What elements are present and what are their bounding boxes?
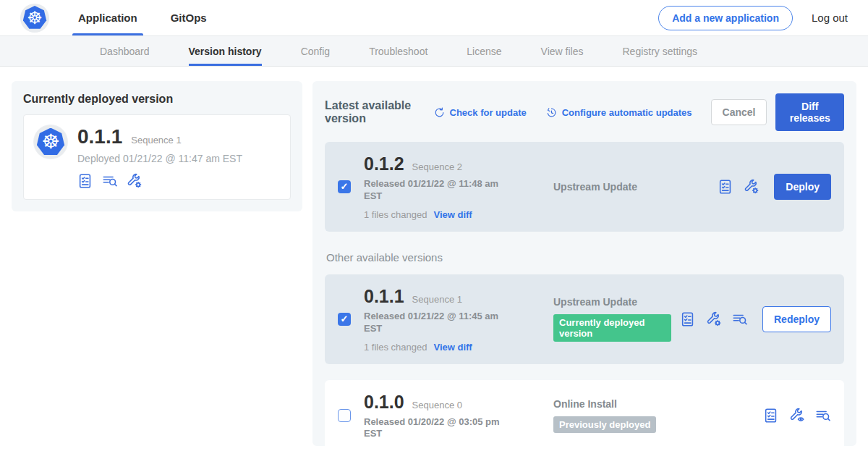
currently-deployed-card: Currently deployed version ☸ 0.1.1 Seque… [12, 81, 302, 211]
edit-config-icon[interactable] [127, 173, 142, 189]
version-checkbox[interactable] [338, 409, 351, 422]
version-row-0-1-1: 0.1.1 Sequence 1 Released 01/21/22 @ 11:… [325, 274, 844, 364]
add-new-application-button[interactable]: Add a new application [658, 6, 793, 30]
version-checkbox[interactable] [338, 313, 351, 326]
released-timestamp: Released 01/21/22 @ 11:45 am EST [364, 311, 503, 335]
view-diff-link[interactable]: View diff [433, 342, 472, 353]
version-source-label: Online Install [553, 398, 754, 410]
cancel-button[interactable]: Cancel [711, 99, 767, 125]
top-right-actions: Add a new application Log out [658, 0, 868, 35]
tab-application[interactable]: Application [77, 0, 139, 35]
currently-deployed-badge: Currently deployed version [553, 314, 671, 342]
panel-header: Latest available version Check for updat… [325, 93, 844, 131]
version-checkbox[interactable] [338, 180, 351, 193]
view-files-icon[interactable] [102, 173, 118, 189]
version-row-0-1-0: 0.1.0 Sequence 0 Released 01/20/22 @ 03:… [325, 380, 844, 452]
files-changed-label: 1 files changed [364, 342, 427, 353]
check-for-update-link[interactable]: Check for update [433, 106, 527, 119]
edit-config-icon[interactable] [744, 179, 760, 195]
edit-config-icon[interactable] [706, 311, 722, 327]
logout-link[interactable]: Log out [812, 12, 848, 24]
other-available-versions-title: Other available versions [326, 251, 844, 264]
preflight-checks-icon[interactable] [718, 179, 733, 195]
version-number: 0.1.2 [364, 153, 404, 174]
tab-gitops[interactable]: GitOps [169, 0, 208, 35]
deployed-version-number: 0.1.1 [77, 125, 122, 148]
available-versions-panel: Latest available version Check for updat… [312, 81, 856, 446]
subnav-view-files[interactable]: View files [541, 36, 584, 66]
main-content: Currently deployed version ☸ 0.1.1 Seque… [0, 67, 868, 446]
view-config-icon[interactable] [789, 408, 805, 424]
version-number: 0.1.0 [364, 392, 404, 413]
app-logo[interactable]: ☸ [20, 0, 49, 35]
deployed-version-box: ☸ 0.1.1 Sequence 1 Deployed 01/21/22 @ 1… [23, 114, 291, 200]
subnav-config[interactable]: Config [301, 36, 330, 66]
version-row-0-1-2: 0.1.2 Sequence 2 Released 01/21/22 @ 11:… [325, 142, 844, 232]
subnav-troubleshoot[interactable]: Troubleshoot [369, 36, 427, 66]
version-source-label: Upstream Update [553, 181, 709, 193]
sequence-label: Sequence 0 [412, 400, 462, 410]
subnav-dashboard[interactable]: Dashboard [100, 36, 150, 66]
files-changed-label: 1 files changed [364, 209, 427, 220]
latest-available-title: Latest available version [325, 99, 423, 125]
refresh-icon [433, 106, 446, 119]
view-files-icon[interactable] [732, 311, 748, 327]
app-subnav: Dashboard Version history Config Trouble… [0, 36, 868, 67]
top-navbar: ☸ Application GitOps Add a new applicati… [0, 0, 868, 36]
subnav-version-history[interactable]: Version history [189, 36, 262, 66]
preflight-checks-icon[interactable] [77, 173, 93, 189]
view-files-icon[interactable] [815, 408, 831, 424]
kubernetes-app-icon: ☸ [37, 128, 65, 156]
subnav-registry-settings[interactable]: Registry settings [622, 36, 697, 66]
kubernetes-logo-icon: ☸ [23, 6, 47, 30]
auto-update-clock-icon [545, 106, 558, 119]
configure-automatic-updates-link[interactable]: Configure automatic updates [545, 106, 692, 119]
deployed-sequence-label: Sequence 1 [131, 135, 181, 146]
deploy-button[interactable]: Deploy [774, 174, 831, 200]
version-number: 0.1.1 [364, 286, 404, 307]
deployed-card-title: Currently deployed version [23, 93, 291, 106]
sequence-label: Sequence 2 [412, 161, 462, 172]
subnav-license[interactable]: License [467, 36, 501, 66]
deployed-timestamp: Deployed 01/21/22 @ 11:47 am EST [77, 153, 242, 164]
view-diff-link[interactable]: View diff [433, 209, 472, 220]
preflight-checks-icon[interactable] [680, 311, 696, 327]
released-timestamp: Released 01/20/22 @ 03:05 pm EST [364, 416, 503, 441]
previously-deployed-badge: Previously deployed [553, 416, 656, 433]
diff-releases-button[interactable]: Diff releases [775, 93, 844, 131]
sequence-label: Sequence 1 [412, 294, 462, 305]
version-source-label: Upstream Update [553, 296, 671, 308]
preflight-checks-icon[interactable] [763, 408, 779, 424]
released-timestamp: Released 01/21/22 @ 11:48 am EST [364, 178, 503, 203]
redeploy-button[interactable]: Redeploy [762, 306, 831, 332]
